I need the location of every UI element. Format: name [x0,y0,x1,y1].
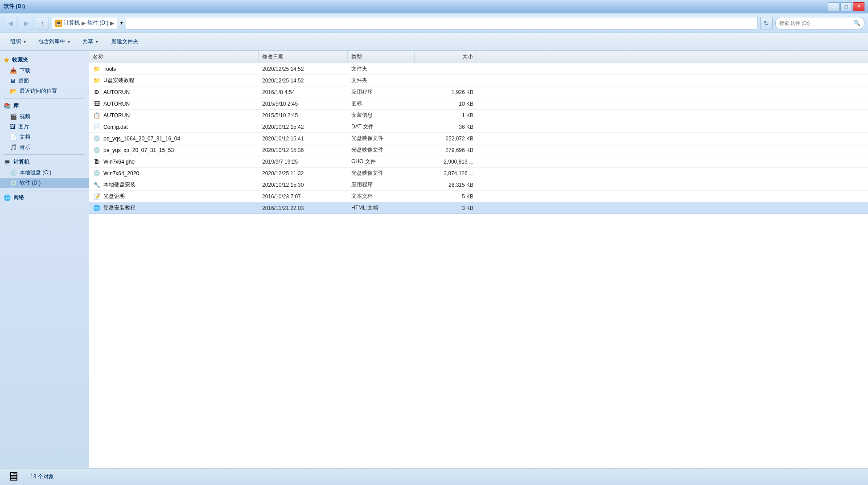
file-name: 光盘说明 [103,193,125,200]
file-date-cell: 2020/12/25 11:32 [259,170,348,177]
table-row[interactable]: 🗜 Win7x64.gho 2019/9/7 19:25 GHO 文件 2,90… [89,156,868,168]
maximize-button[interactable]: □ [840,2,852,11]
file-name: AUTORUN [103,101,130,107]
file-size-cell: 3,874,126 ... [415,170,477,177]
favorites-header[interactable]: ★ 收藏夹 [0,54,89,66]
minimize-button[interactable]: ─ [828,2,839,11]
table-row[interactable]: 🖼 AUTORUN 2015/5/10 2:45 图标 10 KB [89,98,868,110]
file-icon: 🗜 [93,158,101,166]
close-button[interactable]: ✕ [853,2,864,11]
network-icon: 🌐 [4,194,11,201]
sidebar-item-images[interactable]: 🖼 图片 [0,122,89,132]
divider-1 [4,98,85,99]
forward-button[interactable]: ▶ [20,17,33,29]
search-icon[interactable]: 🔍 [853,20,860,26]
sidebar-item-download[interactable]: 📥 下载 [0,66,89,76]
file-name: 硬盘安装教程 [103,204,136,212]
file-name: Tools [103,66,116,72]
file-type-cell: HTML 文档 [348,204,415,212]
path-separator-2: ▶ [110,20,114,26]
images-icon: 🖼 [10,123,16,130]
path-computer[interactable]: 计算机 [64,19,80,27]
computer-label: 计算机 [13,158,29,166]
search-input[interactable] [779,21,852,26]
libraries-icon: 📚 [4,103,11,109]
file-date-cell: 2020/10/12 15:36 [259,147,348,153]
file-size-cell: 1 KB [415,112,477,119]
file-name: Win7x64_2020 [103,170,139,177]
new-folder-button[interactable]: 新建文件夹 [106,35,144,49]
file-date-cell: 2020/12/25 14:52 [259,78,348,84]
table-row[interactable]: 📋 AUTORUN 2015/5/10 2:45 安装信息 1 KB [89,110,868,121]
table-row[interactable]: ⚙ AUTORUN 2016/1/8 4:54 应用程序 1,926 KB [89,86,868,98]
table-row[interactable]: 🔧 本地硬盘安装 2020/10/12 15:30 应用程序 28,315 KB [89,179,868,191]
col-header-type[interactable]: 类型 [348,51,415,63]
favorites-section: ★ 收藏夹 📥 下载 🖥 桌面 📂 最近访问的位置 [0,54,89,96]
search-box: 🔍 [775,17,864,29]
navigation-bar: ◀ ▶ ↑ 💻 计算机 ▶ 软件 (D:) ▶ ▼ ↻ 🔍 [0,13,868,33]
table-row[interactable]: 📁 U盘安装教程 2020/12/25 14:52 文件夹 [89,75,868,86]
download-label: 下载 [20,67,30,74]
back-button[interactable]: ◀ [4,17,17,29]
organize-button[interactable]: 组织 ▼ [5,35,32,49]
up-button[interactable]: ↑ [36,17,49,29]
file-size-cell: 10 KB [415,101,477,107]
libraries-header[interactable]: 📚 库 [0,100,89,111]
table-row[interactable]: 🌐 硬盘安装教程 2016/11/21 22:03 HTML 文档 3 KB [89,202,868,214]
file-size-cell: 2,900,813 ... [415,159,477,165]
table-row[interactable]: 📝 光盘说明 2016/10/23 7:07 文本文档 5 KB [89,191,868,202]
file-name: U盘安装教程 [103,77,134,84]
table-row[interactable]: 💿 pe_yqs_xp_20_07_31_15_53 2020/10/12 15… [89,144,868,156]
address-dropdown-button[interactable]: ▼ [117,17,126,29]
file-icon: 💿 [93,135,101,143]
file-icon: 🔧 [93,181,101,189]
table-row[interactable]: 💿 Win7x64_2020 2020/12/25 11:32 光盘映像文件 3… [89,168,868,179]
file-date-cell: 2020/10/12 15:41 [259,136,348,142]
sidebar-item-desktop[interactable]: 🖥 桌面 [0,76,89,86]
table-row[interactable]: 📄 Config.dat 2020/10/12 15:42 DAT 文件 36 … [89,121,868,133]
file-icon: 🌐 [93,204,101,212]
video-label: 视频 [20,113,30,120]
title-bar-left: 软件 (D:) [4,3,25,10]
col-header-name[interactable]: 名称 [89,51,259,63]
star-icon: ★ [4,57,9,64]
sidebar-item-softd[interactable]: 💿 软件 (D:) [0,178,89,188]
file-type-cell: 光盘映像文件 [348,169,415,177]
file-date-cell: 2020/12/25 14:52 [259,66,348,72]
computer-header[interactable]: 💻 计算机 [0,156,89,168]
refresh-button[interactable]: ↻ [760,17,773,29]
file-name-cell: 💿 pe_yqs_1064_20_07_31_16_04 [89,135,259,143]
file-type-cell: 应用程序 [348,181,415,189]
file-size-cell: 652,072 KB [415,136,477,142]
table-row[interactable]: 💿 pe_yqs_1064_20_07_31_16_04 2020/10/12 … [89,133,868,144]
organize-label: 组织 [10,38,21,45]
file-icon: 💿 [93,146,101,154]
share-button[interactable]: 共享 ▼ [78,35,104,49]
file-icon: 🖼 [93,100,101,108]
sidebar-item-docs[interactable]: 📄 文档 [0,132,89,142]
file-name: AUTORUN [103,112,130,119]
network-header[interactable]: 🌐 网络 [0,192,89,203]
file-type-cell: 光盘映像文件 [348,146,415,154]
path-drive[interactable]: 软件 (D:) [87,19,108,27]
file-size-cell: 36 KB [415,124,477,130]
file-type-cell: 图标 [348,100,415,107]
col-header-size[interactable]: 大小 [415,51,477,63]
file-type-cell: 文件夹 [348,65,415,73]
sidebar-item-music[interactable]: 🎵 音乐 [0,142,89,152]
file-name: pe_yqs_1064_20_07_31_16_04 [103,136,180,142]
addlib-button[interactable]: 包含到库中 ▼ [33,35,76,49]
address-path: 计算机 ▶ 软件 (D:) ▶ [64,19,115,27]
sidebar-item-localc[interactable]: 💿 本地磁盘 (C:) [0,168,89,178]
sidebar-item-recent[interactable]: 📂 最近访问的位置 [0,86,89,96]
softd-label: 软件 (D:) [20,179,41,187]
table-row[interactable]: 📁 Tools 2020/12/25 14:52 文件夹 [89,63,868,75]
libraries-section: 📚 库 🎬 视频 🖼 图片 📄 文档 🎵 音乐 [0,100,89,152]
col-header-date[interactable]: 修改日期 [259,51,348,63]
divider-2 [4,154,85,155]
images-label: 图片 [18,123,29,131]
file-icon: 📁 [93,77,101,85]
file-date-cell: 2015/5/10 2:45 [259,112,348,119]
sidebar-item-video[interactable]: 🎬 视频 [0,111,89,122]
file-name-cell: 🖼 AUTORUN [89,100,259,108]
